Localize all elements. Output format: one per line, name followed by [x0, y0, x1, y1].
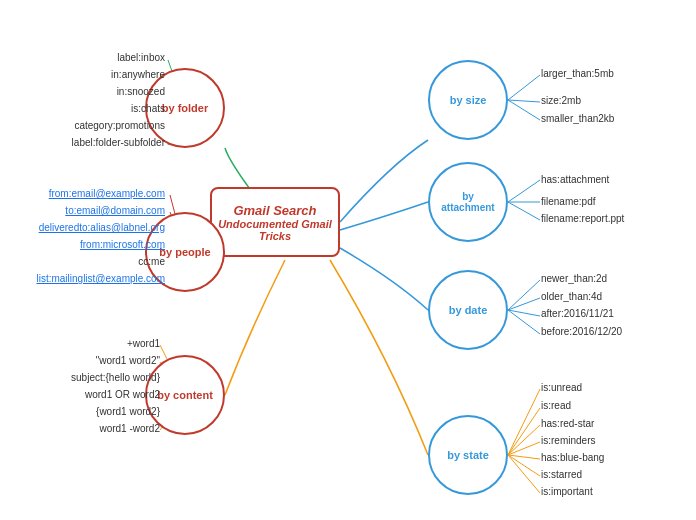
- leaf-people-5: list:mailinglist@example.com: [5, 273, 165, 284]
- leaf-content-2: subject:{hello world}: [60, 372, 160, 383]
- svg-line-32: [508, 455, 540, 459]
- branch-size-label: by size: [450, 94, 487, 106]
- leaf-size-0: larger_than:5mb: [541, 68, 614, 79]
- leaf-attachment-2: filename:report.ppt: [541, 213, 624, 224]
- svg-line-8: [508, 100, 540, 120]
- branch-state[interactable]: by state: [428, 415, 508, 495]
- leaf-attachment-1: filename:pdf: [541, 196, 595, 207]
- leaf-people-0: from:email@example.com: [5, 188, 165, 199]
- leaf-folder-2: in:snoozed: [60, 86, 165, 97]
- leaf-content-0: +word1: [60, 338, 160, 349]
- leaf-state-3: is:reminders: [541, 435, 595, 446]
- svg-line-19: [508, 298, 540, 310]
- branch-date-label: by date: [449, 304, 488, 316]
- leaf-date-0: newer_than:2d: [541, 273, 607, 284]
- branch-content-label: by content: [157, 389, 213, 401]
- leaf-folder-0: label:inbox: [60, 52, 165, 63]
- leaf-state-2: has:red-star: [541, 418, 594, 429]
- leaf-folder-5: label:folder-subfolder: [60, 137, 165, 148]
- leaf-state-1: is:read: [541, 400, 571, 411]
- center-title-line1: Gmail Search: [212, 203, 338, 218]
- svg-line-7: [508, 100, 540, 102]
- branch-date[interactable]: by date: [428, 270, 508, 350]
- branch-size[interactable]: by size: [428, 60, 508, 140]
- svg-line-6: [508, 75, 540, 100]
- leaf-folder-1: in:anywhere: [60, 69, 165, 80]
- leaf-content-1: "word1 word2": [60, 355, 160, 366]
- leaf-state-5: is:starred: [541, 469, 582, 480]
- svg-line-15: [508, 180, 540, 202]
- leaf-size-1: size:2mb: [541, 95, 581, 106]
- svg-line-20: [508, 310, 540, 316]
- leaf-state-4: has:blue-bang: [541, 452, 604, 463]
- svg-line-33: [508, 455, 540, 476]
- svg-line-29: [508, 408, 540, 455]
- leaf-state-6: is:important: [541, 486, 593, 497]
- leaf-content-3: word1 OR word2: [60, 389, 160, 400]
- branch-state-label: by state: [447, 449, 489, 461]
- svg-line-28: [508, 389, 540, 455]
- leaf-size-2: smaller_than2kb: [541, 113, 614, 124]
- leaf-date-1: older_than:4d: [541, 291, 602, 302]
- branch-folder-label: by folder: [162, 102, 208, 114]
- leaf-people-3: from:microsoft.com: [5, 239, 165, 250]
- svg-line-21: [508, 310, 540, 334]
- leaf-folder-4: category:promotions: [60, 120, 165, 131]
- center-title-line2: Undocumented Gmail Tricks: [212, 218, 338, 242]
- leaf-content-4: {word1 word2}: [60, 406, 160, 417]
- leaf-state-0: is:unread: [541, 382, 582, 393]
- svg-line-34: [508, 455, 540, 493]
- svg-line-31: [508, 442, 540, 455]
- leaf-people-1: to:email@domain.com: [5, 205, 165, 216]
- svg-line-30: [508, 425, 540, 455]
- svg-line-18: [508, 280, 540, 310]
- leaf-people-2: deliveredto:alias@labnel.org: [5, 222, 165, 233]
- leaf-attachment-0: has:attachment: [541, 174, 609, 185]
- leaf-date-3: before:2016/12/20: [541, 326, 622, 337]
- branch-people-label: by people: [159, 246, 210, 258]
- svg-line-17: [508, 202, 540, 220]
- leaf-folder-3: is:chats: [60, 103, 165, 114]
- leaf-content-5: word1 -word2: [60, 423, 160, 434]
- branch-attachment-label: by attachment: [441, 191, 494, 213]
- branch-attachment[interactable]: by attachment: [428, 162, 508, 242]
- center-node[interactable]: Gmail Search Undocumented Gmail Tricks: [210, 187, 340, 257]
- leaf-date-2: after:2016/11/21: [541, 308, 614, 319]
- leaf-people-4: cc:me: [5, 256, 165, 267]
